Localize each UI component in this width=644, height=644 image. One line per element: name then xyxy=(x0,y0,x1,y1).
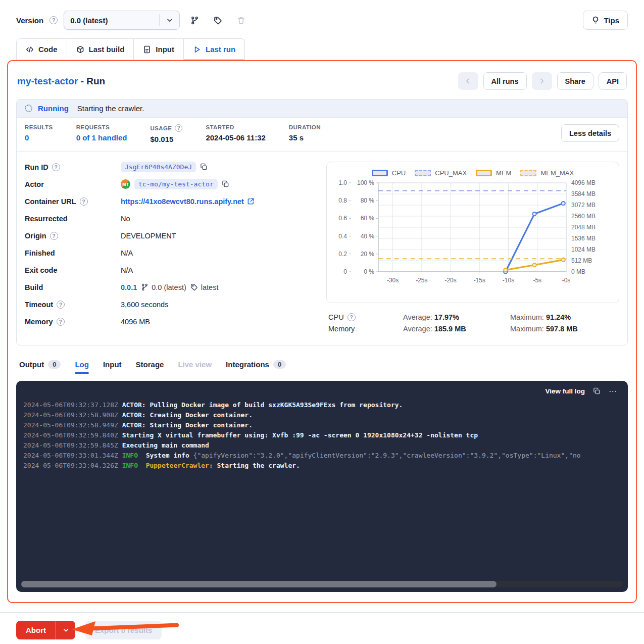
log-line: 2024-05-06T09:33:04.326Z INFO PuppeteerC… xyxy=(23,461,628,471)
abort-dropdown-button[interactable] xyxy=(56,621,75,639)
legend-item-mem_max: MEM_MAX xyxy=(520,169,574,177)
detail-label-exit-code: Exit code xyxy=(25,265,121,275)
container-url-link[interactable]: https://41xo8ewcvt80.runs.apify.net xyxy=(121,197,255,206)
legend-swatch xyxy=(520,170,536,176)
log-segment-plain: ACTOR: Pulling Docker image of build sxz… xyxy=(122,401,403,409)
stat-value: 35 s xyxy=(289,133,321,142)
tab-count-badge: 0 xyxy=(48,360,61,369)
title-suffix: - Run xyxy=(78,76,105,86)
tab-log[interactable]: Log xyxy=(75,355,89,374)
resource-maximum: Maximum: 91.24% xyxy=(510,313,617,321)
api-button[interactable]: API xyxy=(599,72,627,90)
chevron-down-icon xyxy=(63,627,69,633)
tab-output[interactable]: Output0 xyxy=(19,355,61,374)
log-segment-plain: System info xyxy=(138,452,193,459)
page: Version ? 0.0 (latest) Tips CodeLast bui… xyxy=(0,0,644,603)
svg-text:80 %: 80 % xyxy=(361,197,375,204)
tab-label: Last build xyxy=(89,45,125,54)
tab-label: Integrations xyxy=(226,360,269,369)
svg-text:-0s: -0s xyxy=(562,277,571,284)
svg-text:-15s: -15s xyxy=(474,277,485,284)
all-runs-button[interactable]: All runs xyxy=(483,72,527,90)
share-button[interactable]: Share xyxy=(557,72,593,90)
help-icon[interactable]: ? xyxy=(57,301,65,309)
export-results-button: Export 0 results xyxy=(85,621,162,639)
help-icon[interactable]: ? xyxy=(348,313,356,321)
log-segment-ts: 2024-05-06T09:32:59.845Z xyxy=(23,441,122,449)
abort-split-button: Abort xyxy=(16,621,75,639)
help-icon[interactable]: ? xyxy=(50,232,58,240)
copy-icon[interactable] xyxy=(222,180,229,188)
svg-text:-10s: -10s xyxy=(503,277,514,284)
stat-label: RESULTS xyxy=(25,124,53,130)
log-menu-icon[interactable]: ⋯ xyxy=(609,389,618,394)
status-badge: Running xyxy=(38,104,69,113)
copy-log-icon[interactable] xyxy=(593,387,601,395)
play-icon xyxy=(193,45,201,54)
tab-integrations[interactable]: Integrations0 xyxy=(226,355,286,374)
version-select[interactable]: 0.0 (latest) xyxy=(64,11,180,30)
svg-text:-20s: -20s xyxy=(444,277,456,284)
log-line: 2024-05-06T09:32:37.128Z ACTOR: Pulling … xyxy=(23,400,628,410)
build-branch-label: 0.0 (latest) xyxy=(152,283,186,291)
help-icon[interactable]: ? xyxy=(52,163,60,171)
value-pill[interactable]: tc-mo/my-test-actor xyxy=(134,179,218,189)
detail-value: No xyxy=(121,213,312,224)
usage-chart-svg: 4096 MB3584 MB3072 MB2560 MB2048 MB1536 … xyxy=(330,179,611,298)
abort-button[interactable]: Abort xyxy=(16,621,56,639)
help-icon[interactable]: ? xyxy=(175,124,182,132)
log-segment-ts: 2024-05-06T09:32:58.949Z xyxy=(23,421,122,429)
help-icon[interactable]: ? xyxy=(57,318,65,326)
usage-chart: CPUCPU_MAXMEMMEM_MAX 4096 MB3584 MB3072 … xyxy=(326,162,619,303)
detail-text: No xyxy=(121,215,130,223)
detail-value: https://41xo8ewcvt80.runs.apify.net xyxy=(121,196,312,207)
svg-text:40 %: 40 % xyxy=(361,233,375,240)
stat-label: USAGE? xyxy=(150,124,182,132)
detail-label-origin: Origin? xyxy=(25,230,121,241)
detail-value: N/A xyxy=(121,247,312,258)
build-number-link[interactable]: 0.0.1 xyxy=(121,283,137,291)
view-full-log-button[interactable]: View full log xyxy=(545,387,585,395)
legend-label: CPU_MAX xyxy=(435,169,467,177)
actor-name-link[interactable]: my-test-actor xyxy=(17,76,78,86)
tab-label: Storage xyxy=(136,360,164,369)
legend-label: CPU xyxy=(392,169,406,177)
tag-icon xyxy=(190,283,198,291)
tips-button[interactable]: Tips xyxy=(583,11,628,30)
less-details-button[interactable]: Less details xyxy=(561,124,619,142)
external-link-icon[interactable] xyxy=(247,197,255,205)
log-segment-ts: 2024-05-06T09:32:59.840Z xyxy=(23,431,122,439)
branch-icon[interactable] xyxy=(186,12,203,29)
log-segment-ts: 2024-05-06T09:33:01.344Z xyxy=(23,452,122,459)
tab-storage[interactable]: Storage xyxy=(136,355,164,374)
svg-text:0.4: 0.4 xyxy=(338,233,347,240)
tab-last-build[interactable]: Last build xyxy=(67,38,134,60)
stat-value: 2024-05-06 11:32 xyxy=(206,133,265,142)
chevron-down-icon xyxy=(159,14,179,26)
tab-last-run[interactable]: Last run xyxy=(184,38,245,60)
stats-row: RESULTS0REQUESTS0 of 1 handledUSAGE?$0.0… xyxy=(17,118,627,152)
code-icon xyxy=(26,45,34,54)
version-help-icon[interactable]: ? xyxy=(49,16,58,24)
value-pill[interactable]: JsgEr6P40s4AZ0DeJ xyxy=(121,162,196,172)
help-icon[interactable]: ? xyxy=(80,197,88,206)
tab-input[interactable]: Input xyxy=(134,38,184,60)
log-scrollbar-thumb[interactable] xyxy=(21,581,497,587)
tab-code[interactable]: Code xyxy=(16,38,67,60)
stat-value[interactable]: 0 xyxy=(25,133,53,142)
tab-input[interactable]: Input xyxy=(103,355,122,374)
log-scrollbar[interactable] xyxy=(21,581,623,587)
log-line: 2024-05-06T09:33:01.344Z INFO System inf… xyxy=(23,451,628,461)
lightbulb-icon xyxy=(591,16,600,24)
svg-text:512 MB: 512 MB xyxy=(571,257,592,264)
stat-value[interactable]: 0 of 1 handled xyxy=(76,133,127,142)
tab-label: Log xyxy=(75,360,89,369)
detail-label-build: Build xyxy=(25,282,121,292)
svg-text:20 %: 20 % xyxy=(361,251,375,258)
tab-label: Output xyxy=(19,360,44,369)
resource-label-memory: Memory xyxy=(328,325,403,333)
tag-icon[interactable] xyxy=(209,12,226,29)
copy-icon[interactable] xyxy=(200,163,208,171)
run-detail-tabs: Output0LogInputStorageLive viewIntegrati… xyxy=(19,355,625,374)
log-segment-ts: 2024-05-06T09:33:04.326Z xyxy=(23,462,122,469)
